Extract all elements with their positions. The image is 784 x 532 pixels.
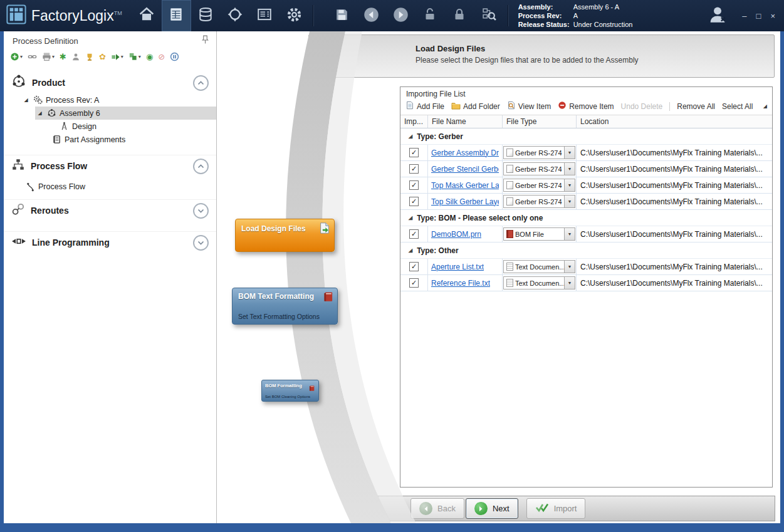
file-type-dropdown-button[interactable]: ▼ [564,163,575,175]
flow-step-bom-formatting[interactable]: BOM Formatting Set BOM Cleaning Options [261,380,319,402]
user-logout-button[interactable] [707,4,728,28]
save-button[interactable] [327,0,357,31]
tree-item-process-rev[interactable]: ◢ Process Rev: A [4,93,216,107]
group-expander-icon[interactable]: ◢ [409,215,412,221]
file-type-combobox[interactable]: Gerber RS-274▼ [503,195,575,208]
export-flow-button[interactable]: ▾ [111,51,123,62]
undo-delete-button[interactable]: Undo Delete [621,102,663,111]
group-row[interactable]: ◢Type: Other [400,243,772,259]
file-name-link[interactable]: DemoBOM.prn [431,230,481,239]
add-file-button[interactable]: Add File [405,101,444,112]
settings-button[interactable] [280,0,309,31]
audit-search-button[interactable] [474,0,504,31]
flower-button[interactable]: ✿ [99,51,106,62]
file-name-link[interactable]: Gerber Stencil Gerbe... [431,165,499,174]
imported-checkbox[interactable]: ✓ [409,278,419,288]
file-type-dropdown-button[interactable]: ▼ [564,277,575,289]
file-type-combobox[interactable]: Text Documen...▼ [503,260,575,273]
tree-item-design[interactable]: Design [4,120,216,133]
tree-section-line-programming[interactable]: Line Programming [4,232,216,253]
group-expander-icon[interactable]: ◢ [409,248,412,253]
expand-line-programming-button[interactable] [193,235,209,251]
maximize-button[interactable]: □ [756,11,761,21]
process-definition-button[interactable] [162,0,191,31]
flow-step-bom-text-formatting[interactable]: BOM Text Formatting Set Text Formatting … [232,288,338,325]
column-header-imported[interactable]: Imp... [400,115,428,128]
group-expander-icon[interactable]: ◢ [409,133,412,139]
remove-all-button[interactable]: Remove All [677,102,715,111]
next-button[interactable]: Next [466,498,518,519]
column-header-location[interactable]: Location [577,115,772,128]
file-name-link[interactable]: Reference File.txt [431,279,490,288]
pause-button[interactable] [170,51,179,62]
home-button[interactable] [132,0,162,31]
imported-checkbox[interactable]: ✓ [409,229,419,239]
back-nav-button[interactable] [357,0,386,31]
sync-button[interactable]: ✱ [60,51,66,62]
file-type-dropdown-button[interactable]: ▼ [564,228,575,240]
import-flow-button[interactable]: ▾ [128,51,141,62]
select-all-button[interactable]: Select All [722,102,753,111]
add-button[interactable]: ▾ [10,51,23,62]
file-type-dropdown-button[interactable]: ▼ [564,147,575,159]
file-type-combobox[interactable]: Gerber RS-274▼ [503,146,575,159]
collapse-process-flow-button[interactable] [193,159,209,174]
expander-icon[interactable]: ◢ [23,97,29,103]
titlebar-separator [508,5,508,26]
file-type-combobox[interactable]: Gerber RS-274▼ [503,179,575,192]
imported-checkbox[interactable]: ✓ [409,197,419,206]
column-header-file-type[interactable]: File Type [503,115,577,128]
minimize-button[interactable]: – [742,11,746,21]
disable-button[interactable]: ⊘ [158,51,165,62]
gear-icon [286,6,303,26]
materials-button[interactable] [191,0,221,31]
lock-button[interactable] [445,0,474,31]
file-type-combobox[interactable]: Text Documen...▼ [503,276,575,289]
close-button[interactable]: × [770,11,775,21]
collapse-product-button[interactable] [193,75,209,91]
tree-section-product[interactable]: Product [4,72,216,93]
imported-checkbox[interactable]: ✓ [409,262,419,271]
expand-reroutes-button[interactable] [193,203,209,219]
forward-nav-button[interactable] [386,0,416,31]
column-header-file-name[interactable]: File Name [428,115,503,128]
view-item-button[interactable]: View Item [507,101,551,112]
flow-step-load-design-files[interactable]: Load Design Files [235,219,335,252]
add-folder-button[interactable]: Add Folder [451,102,500,112]
link-button[interactable] [28,51,37,62]
imported-checkbox[interactable]: ✓ [409,148,419,157]
import-button[interactable]: Import [526,498,586,519]
tree-item-part-assignments[interactable]: Part Assignments [4,133,216,146]
no-entry-icon: ⊘ [158,53,165,61]
documents-button[interactable] [250,0,280,31]
corner-triangle-icon[interactable]: ◢ [763,103,767,109]
dispatch-button[interactable] [221,0,250,31]
file-type-dropdown-button[interactable]: ▼ [564,261,575,273]
asterisk-icon: ✱ [60,53,66,61]
award-button[interactable] [85,51,94,62]
tree-section-process-flow[interactable]: Process Flow [4,155,216,177]
file-type-dropdown-button[interactable]: ▼ [564,179,575,191]
tree-item-process-flow[interactable]: Process Flow [4,179,216,194]
tree-item-assembly-selected[interactable]: ◢ Assembly 6 [35,107,216,120]
file-type-dropdown-button[interactable]: ▼ [564,196,575,207]
group-row[interactable]: ◢Type: BOM - Please select only one [400,210,772,226]
pin-icon[interactable] [202,35,209,47]
imported-checkbox[interactable]: ✓ [409,164,419,174]
expander-icon[interactable]: ◢ [36,110,43,116]
tree-section-reroutes[interactable]: Reroutes [4,200,216,221]
operator-button[interactable] [71,51,80,62]
file-type-combobox[interactable]: BOM File▼ [503,227,575,241]
file-name-link[interactable]: Top Mask Gerber La... [431,181,499,190]
file-name-link[interactable]: Aperture List.txt [431,263,484,271]
file-name-link[interactable]: Gerber Assembly Dr... [431,149,499,157]
group-row[interactable]: ◢Type: Gerber [400,128,772,145]
start-button[interactable]: ◉ [146,51,153,62]
imported-checkbox[interactable]: ✓ [409,180,419,190]
back-button[interactable]: Back [410,498,464,519]
file-type-combobox[interactable]: Gerber RS-274▼ [503,162,575,175]
unlock-button[interactable] [416,0,445,31]
remove-item-button[interactable]: Remove Item [558,101,614,112]
file-name-link[interactable]: Top Silk Gerber Laye... [431,197,499,206]
print-button[interactable]: ▾ [42,51,55,62]
